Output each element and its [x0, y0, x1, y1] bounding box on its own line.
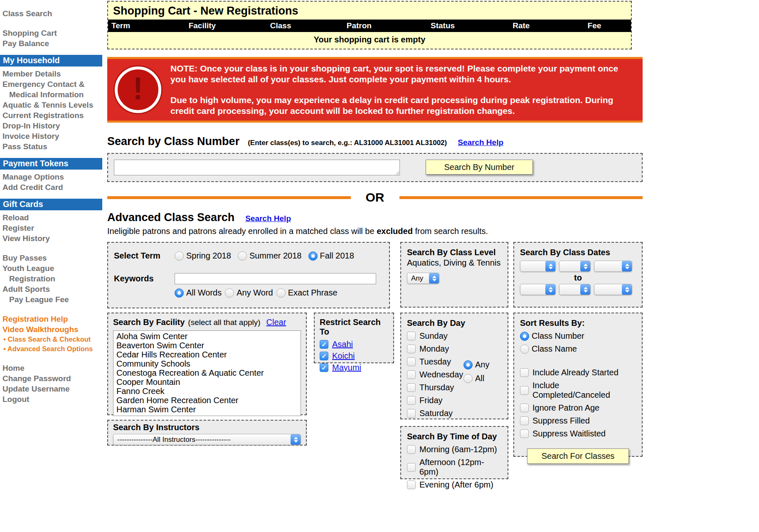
include-already-started-checkbox[interactable]: [520, 368, 529, 377]
monday-checkbox[interactable]: [407, 345, 416, 353]
sidebar-item-pay-balance[interactable]: Pay Balance: [0, 38, 102, 49]
date-from-day-select[interactable]: [559, 261, 591, 272]
morning-checkbox[interactable]: [407, 445, 416, 454]
instructors-select[interactable]: ---------------All Instructors----------…: [113, 434, 301, 445]
spring-2018-radio[interactable]: [175, 251, 184, 261]
term-option-summer-2018[interactable]: Summer 2018: [238, 251, 302, 261]
sidebar-item-registration-help[interactable]: Registration Help: [0, 314, 102, 324]
day-mode-any[interactable]: Any: [463, 360, 489, 369]
tuesday-checkbox[interactable]: [407, 357, 416, 366]
summer-2018-radio[interactable]: [238, 251, 247, 261]
day-option-sunday[interactable]: Sunday: [407, 331, 502, 341]
facility-option-harman[interactable]: Harman Swim Center: [113, 405, 301, 414]
sidebar-item-invoice-history[interactable]: Invoice History: [0, 131, 102, 141]
all-words-radio[interactable]: [175, 288, 184, 298]
koichi-link[interactable]: Koichi: [332, 351, 355, 361]
sidebar-item-pass-status[interactable]: Pass Status: [0, 141, 102, 152]
facility-option-cooper-mountain[interactable]: Cooper Mountain: [113, 377, 301, 387]
facility-option-fanno-creek[interactable]: Fanno Creek: [113, 387, 301, 396]
sidebar-item-class-search-checkout[interactable]: Class Search & Checkout: [0, 335, 102, 344]
class-name-radio[interactable]: [520, 345, 529, 354]
time-option-morning[interactable]: Morning (6am-12pm): [407, 445, 502, 454]
asahi-link[interactable]: Asahi: [332, 340, 353, 349]
sidebar-item-update-username[interactable]: Update Username: [0, 384, 102, 394]
all-radio[interactable]: [463, 374, 473, 383]
time-option-afternoon[interactable]: Afternoon (12pm-6pm): [407, 458, 502, 477]
facility-option-aloha[interactable]: Aloha Swim Center: [113, 332, 301, 341]
match-option-exact-phrase[interactable]: Exact Phrase: [276, 288, 338, 298]
koichi-checkbox[interactable]: [320, 352, 328, 360]
sidebar-item-buy-passes[interactable]: Buy Passes: [0, 253, 102, 263]
evening-checkbox[interactable]: [407, 480, 416, 489]
afternoon-checkbox[interactable]: [407, 463, 416, 472]
sidebar-item-member-details[interactable]: Member Details: [0, 69, 102, 79]
sidebar-item-register[interactable]: Register: [0, 223, 102, 233]
sort-option-include-completed[interactable]: Include Completed/Canceled: [520, 381, 636, 400]
sidebar-item-adult-sports[interactable]: Adult Sports: [0, 284, 102, 294]
class-number-radio[interactable]: [520, 332, 529, 341]
advanced-search-help-link[interactable]: Search Help: [245, 214, 291, 223]
match-option-any-word[interactable]: Any Word: [225, 288, 273, 298]
date-to-year-select[interactable]: [594, 284, 632, 295]
sidebar-item-youth-league-registration[interactable]: Registration: [0, 273, 102, 284]
day-option-thursday[interactable]: Thursday: [407, 383, 502, 392]
sort-option-ignore-patron-age[interactable]: Ignore Patron Age: [520, 403, 636, 413]
sidebar-item-reload[interactable]: Reload: [0, 212, 102, 223]
facility-option-conestoga[interactable]: Conestoga Recreation & Aquatic Center: [113, 368, 301, 377]
any-radio[interactable]: [463, 360, 473, 369]
mayumi-checkbox[interactable]: [320, 363, 328, 372]
sidebar-item-shopping-cart[interactable]: Shopping Cart: [0, 28, 102, 38]
sidebar-item-youth-league[interactable]: Youth League: [0, 263, 102, 273]
exact-phrase-radio[interactable]: [276, 288, 286, 298]
sidebar-item-change-password[interactable]: Change Password: [0, 373, 102, 384]
mayumi-link[interactable]: Mayumi: [332, 363, 361, 372]
friday-checkbox[interactable]: [407, 396, 416, 405]
sidebar-item-aquatic-tennis-levels[interactable]: Aquatic & Tennis Levels: [0, 100, 102, 110]
sidebar-item-advanced-search-options[interactable]: Advanced Search Options: [0, 344, 102, 354]
sidebar-item-class-search[interactable]: Class Search: [0, 8, 102, 19]
saturday-checkbox[interactable]: [407, 409, 416, 418]
class-number-input[interactable]: [114, 160, 400, 175]
facility-listbox[interactable]: Aloha Swim Center Beaverton Swim Center …: [113, 330, 301, 416]
search-by-number-button[interactable]: Search By Number: [426, 160, 533, 175]
date-to-day-select[interactable]: [559, 284, 591, 295]
keywords-input[interactable]: [175, 273, 376, 284]
facility-option-garden-home[interactable]: Garden Home Recreation Center: [113, 396, 301, 405]
fall-2018-radio[interactable]: [308, 251, 318, 261]
facility-option-cedar-hills[interactable]: Cedar Hills Recreation Center: [113, 350, 301, 359]
match-option-all-words[interactable]: All Words: [175, 288, 222, 298]
any-word-radio[interactable]: [225, 288, 234, 298]
number-search-help-link[interactable]: Search Help: [458, 138, 503, 147]
sidebar-item-emergency-contact[interactable]: Emergency Contact &: [0, 79, 102, 89]
sidebar-item-current-registrations[interactable]: Current Registrations: [0, 110, 102, 121]
asahi-checkbox[interactable]: [320, 340, 328, 349]
suppress-waitlisted-checkbox[interactable]: [520, 429, 529, 438]
ignore-patron-age-checkbox[interactable]: [520, 404, 529, 412]
sidebar-item-add-credit-card[interactable]: Add Credit Card: [0, 182, 102, 192]
facility-option-beaverton[interactable]: Beaverton Swim Center: [113, 341, 301, 350]
sidebar-item-view-history[interactable]: View History: [0, 233, 102, 244]
day-mode-all[interactable]: All: [463, 374, 489, 383]
sort-option-include-started[interactable]: Include Already Started: [520, 368, 636, 377]
time-option-evening[interactable]: Evening (After 6pm): [407, 480, 502, 490]
sort-option-suppress-filled[interactable]: Suppress Filled: [520, 416, 636, 426]
facility-option-community-schools[interactable]: Community Schools: [113, 359, 301, 368]
thursday-checkbox[interactable]: [407, 383, 416, 392]
sunday-checkbox[interactable]: [407, 332, 416, 340]
sort-option-class-name[interactable]: Class Name: [520, 344, 636, 354]
sidebar-item-logout[interactable]: Logout: [0, 394, 102, 404]
sidebar-item-medical-information[interactable]: Medical Information: [0, 89, 102, 100]
sidebar-item-manage-options[interactable]: Manage Options: [0, 172, 102, 182]
date-to-month-select[interactable]: [520, 284, 556, 295]
day-option-saturday[interactable]: Saturday: [407, 409, 502, 418]
term-option-fall-2018[interactable]: Fall 2018: [308, 251, 354, 261]
date-from-year-select[interactable]: [594, 261, 632, 272]
sidebar-item-video-walkthroughs[interactable]: Video Walkthroughs: [0, 324, 102, 335]
facility-clear-link[interactable]: Clear: [266, 318, 286, 327]
include-completed-canceled-checkbox[interactable]: [520, 386, 529, 395]
day-option-friday[interactable]: Friday: [407, 396, 502, 405]
sidebar-item-home[interactable]: Home: [0, 363, 102, 373]
sidebar-item-drop-in-history[interactable]: Drop-In History: [0, 121, 102, 131]
sidebar-item-pay-league-fee[interactable]: Pay League Fee: [0, 294, 102, 305]
sort-option-suppress-waitlisted[interactable]: Suppress Waitlisted: [520, 429, 636, 438]
